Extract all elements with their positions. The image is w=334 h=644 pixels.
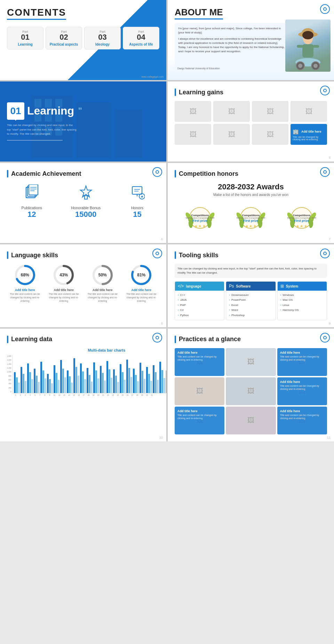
- pct-3: 50%: [92, 264, 114, 286]
- part-name-2: Practical aspects: [48, 42, 80, 46]
- slide-competition: Competition honors 2028-2032 Awards Make…: [168, 163, 334, 243]
- bar-8-0: [67, 370, 69, 393]
- bar-0-2: [18, 383, 20, 393]
- svg-point-3: [302, 31, 313, 39]
- part-card-04: Part 04 Aspects of life: [123, 27, 159, 49]
- bar-18-2: [137, 381, 139, 393]
- bar-group-4: [40, 362, 46, 393]
- chart-area: Multi-data bar charts 1,800 1,600 1,400 …: [7, 348, 159, 397]
- x-label-17: 20: [96, 394, 101, 396]
- bar-14-1: [109, 369, 110, 393]
- chart-title: Multi-data bar charts: [7, 348, 166, 352]
- sw-header-icon: Ps: [229, 284, 234, 289]
- skill-col-software: Ps Software Dreamweaver PowerPoint Excel…: [226, 281, 276, 320]
- bar-group-15: [113, 369, 119, 393]
- achievement-bonus: Honorable Bonus 15000: [71, 184, 101, 219]
- x-label-3: 4: [28, 394, 32, 396]
- svg-rect-6: [313, 45, 319, 48]
- bar-group-16: [120, 364, 126, 393]
- practice-img-icon-5: 🖼: [247, 387, 254, 395]
- bar-13-2: [104, 380, 106, 393]
- page-11: 11: [327, 436, 331, 439]
- x-label-12: 15: [72, 394, 76, 396]
- bar-17-1: [128, 368, 130, 393]
- bar-group-0: [14, 372, 20, 393]
- lang-skill-php: PHP: [178, 303, 221, 308]
- bar-4-0: [40, 362, 42, 393]
- practices-grid: 🖼 Add title here Title and content can b…: [175, 348, 327, 434]
- gains-logo: [320, 86, 330, 95]
- bonus-value: 15000: [71, 210, 101, 219]
- x-label-9: 12: [57, 394, 62, 396]
- practice-overlay-9: Add title here Title and content can be …: [277, 407, 327, 434]
- y-1800: 1,800: [7, 355, 11, 357]
- practice-title-7: Add title here: [177, 409, 222, 413]
- practice-title-1: Add title here: [177, 351, 222, 354]
- x-label-21: 24: [116, 394, 120, 396]
- sys-skill-linux: Linux: [280, 303, 324, 308]
- practice-card-7: 🖼 Add title here Title and content can b…: [175, 407, 224, 434]
- slide-learning: 01 Learning " Title can be changed by cl…: [0, 81, 166, 162]
- part-num-2: 02: [48, 33, 80, 41]
- bar-group-6: [54, 365, 59, 393]
- featured-desc: Title can be changed by clicking and re-…: [293, 136, 325, 141]
- bar-22-2: [164, 378, 165, 393]
- learning-content: 01 Learning " Title can be changed by cl…: [0, 92, 89, 151]
- img-icon-4: 🖼: [305, 108, 312, 116]
- bar-22-1: [161, 370, 163, 393]
- comp-logo: [320, 167, 330, 177]
- quote-icon: ": [78, 105, 82, 117]
- lang-item-1: 68% Add title here The title and content…: [7, 264, 43, 303]
- img-icon-1: 🖼: [190, 108, 197, 116]
- bar-18-0: [133, 369, 135, 393]
- slide-about: ABOUT ME I'm [your name], from [your sch…: [168, 0, 334, 80]
- building-icon: 🏢: [293, 129, 299, 134]
- x-label-1: 2: [18, 394, 23, 396]
- bar-14-2: [111, 378, 112, 393]
- learning-desc: Title can be changed by clicking and new…: [7, 123, 77, 136]
- academic-title-bar: Academic Achievement: [7, 170, 159, 178]
- tooling-title: Tooling skills: [179, 252, 218, 259]
- lang-title: Language skills: [11, 252, 58, 259]
- x-label-8: 11: [53, 394, 57, 396]
- svg-point-10: [298, 64, 302, 68]
- bar-19-2: [144, 379, 145, 393]
- bar-6-1: [56, 373, 57, 393]
- lang-skill-list: C++ JAVA PHP C# Python: [175, 291, 224, 320]
- practice-desc-1: Title and content can be changed by clic…: [177, 355, 222, 361]
- practices-title: Practices at a glance: [179, 336, 241, 343]
- bar-group-14: [106, 361, 112, 393]
- lang-title-3: Add title here: [85, 288, 121, 292]
- bar-15-2: [117, 382, 119, 393]
- y-1200: 1,200: [7, 367, 11, 369]
- part-name-1: Learning: [9, 42, 41, 46]
- pct-1: 68%: [14, 264, 36, 286]
- chart-labels: 1234578911121314151617181920212223242526…: [12, 393, 166, 397]
- bar-0-0: [14, 372, 16, 393]
- blue-accent-2: [7, 170, 8, 178]
- lang-title-1: Add title here: [7, 288, 43, 292]
- x-label-22: 25: [121, 394, 125, 396]
- y-1000: 1,000: [7, 371, 11, 373]
- bar-group-13: [100, 366, 106, 393]
- bonus-icon: [71, 184, 101, 203]
- sw-skill-dw: Dreamweaver: [229, 293, 272, 298]
- bar-4-1: [42, 370, 44, 393]
- practice-desc-6: Title and content can be changed by clic…: [280, 384, 324, 391]
- contents-title: CONTENTS: [7, 7, 66, 20]
- practice-desc-9: Title and content can be changed by clic…: [280, 414, 324, 420]
- bar-6-2: [58, 380, 59, 393]
- bar-19-1: [142, 371, 143, 393]
- sw-skill-list: Dreamweaver PowerPoint Excel Word Photos…: [226, 291, 275, 320]
- featured-title: Add title here: [300, 128, 323, 135]
- practices-title-bar: Practices at a glance: [175, 336, 327, 343]
- comp-main-title: 2028-2032 Awards: [175, 182, 327, 191]
- bar-3-0: [34, 369, 35, 393]
- practice-overlay-3: Add title here Title and content can be …: [277, 348, 327, 376]
- lang-skill-cpp: C++: [178, 293, 221, 298]
- practice-card-1: 🖼 Add title here Title and content can b…: [175, 348, 224, 376]
- award-comp-3: Competitions: [293, 214, 310, 217]
- x-label-16: 19: [92, 394, 96, 396]
- y-0: 0: [7, 391, 11, 393]
- bar-4-2: [45, 378, 46, 393]
